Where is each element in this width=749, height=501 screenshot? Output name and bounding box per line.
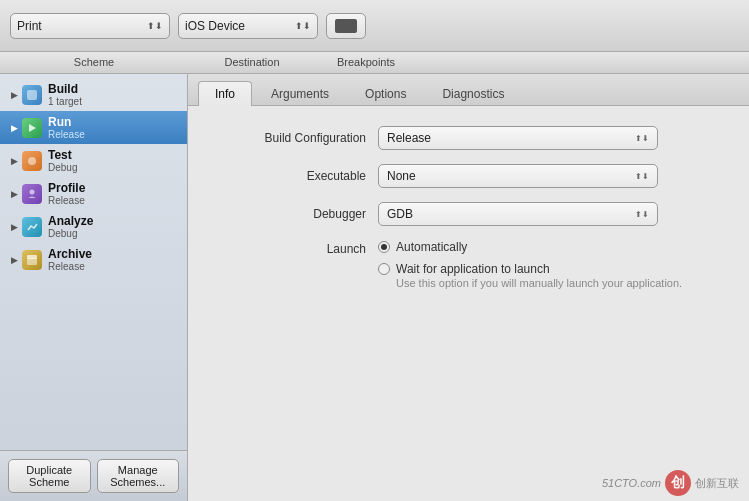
main-content: ▶ Build 1 target ▶ Run Release: [0, 74, 749, 501]
profile-name: Profile: [48, 181, 85, 195]
test-name: Test: [48, 148, 77, 162]
profile-icon: [22, 184, 42, 204]
svg-rect-5: [27, 255, 37, 259]
launch-auto-option: Automatically: [378, 240, 682, 254]
debugger-arrow-icon: ⬆⬇: [635, 210, 649, 219]
build-config-label: Build Configuration: [218, 131, 378, 145]
launch-options: Automatically Wait for application to la…: [378, 240, 682, 289]
scheme-label: Scheme: [10, 56, 178, 68]
build-config-value: Release: [387, 131, 635, 145]
build-config-select[interactable]: Release ⬆⬇: [378, 126, 658, 150]
svg-rect-0: [27, 90, 37, 100]
executable-label: Executable: [218, 169, 378, 183]
destination-selector[interactable]: iOS Device ⬆⬇: [178, 13, 318, 39]
tab-info[interactable]: Info: [198, 81, 252, 106]
tab-arguments[interactable]: Arguments: [254, 81, 346, 106]
archive-item-text: Archive Release: [48, 247, 92, 272]
svg-point-3: [30, 189, 35, 194]
watermark-area: 51CTO.com 创 创新互联: [188, 471, 749, 501]
detail-panel: Info Arguments Options Diagnostics Build…: [188, 74, 749, 501]
test-sub: Debug: [48, 162, 77, 173]
breakpoints-button[interactable]: [326, 13, 366, 39]
svg-rect-4: [27, 258, 37, 265]
form-area: Build Configuration Release ⬆⬇ Executabl…: [188, 106, 749, 471]
debugger-row: Debugger GDB ⬆⬇: [218, 202, 719, 226]
breakpoints-icon: [335, 19, 357, 33]
profile-item-text: Profile Release: [48, 181, 85, 206]
launch-wait-option: Wait for application to launch Use this …: [378, 262, 682, 289]
archive-name: Archive: [48, 247, 92, 261]
sidebar-item-analyze[interactable]: ▶ Analyze Debug: [0, 210, 187, 243]
launch-label: Launch: [218, 240, 378, 256]
watermark: 51CTO.com 创 创新互联: [602, 470, 739, 496]
build-item-text: Build 1 target: [48, 82, 82, 107]
launch-wait-sublabel: Use this option if you will manually lau…: [396, 277, 682, 289]
test-icon: [22, 151, 42, 171]
run-name: Run: [48, 115, 85, 129]
scheme-arrow-icon: ⬆⬇: [147, 21, 163, 31]
launch-wait-label: Wait for application to launch: [396, 262, 682, 276]
manage-schemes-button[interactable]: Manage Schemes...: [97, 459, 180, 493]
executable-control: None ⬆⬇: [378, 164, 658, 188]
svg-marker-1: [29, 124, 36, 132]
debugger-control: GDB ⬆⬇: [378, 202, 658, 226]
debugger-label: Debugger: [218, 207, 378, 221]
analyze-icon: [22, 217, 42, 237]
sidebar-items-list: ▶ Build 1 target ▶ Run Release: [0, 74, 187, 450]
build-config-row: Build Configuration Release ⬆⬇: [218, 126, 719, 150]
analyze-sub: Debug: [48, 228, 93, 239]
launch-wait-radio[interactable]: [378, 263, 390, 275]
watermark-brand: 创新互联: [695, 476, 739, 491]
run-sub: Release: [48, 129, 85, 140]
breakpoints-label: Breakpoints: [326, 56, 406, 68]
destination-value: iOS Device: [185, 19, 291, 33]
debugger-select[interactable]: GDB ⬆⬇: [378, 202, 658, 226]
build-sub: 1 target: [48, 96, 82, 107]
destination-label: Destination: [178, 56, 326, 68]
toolbar: Print ⬆⬇ iOS Device ⬆⬇: [0, 0, 749, 52]
svg-point-2: [28, 157, 36, 165]
sidebar-item-build[interactable]: ▶ Build 1 target: [0, 78, 187, 111]
scheme-selector[interactable]: Print ⬆⬇: [10, 13, 170, 39]
watermark-text: 51CTO.com: [602, 477, 661, 489]
profile-sub: Release: [48, 195, 85, 206]
sidebar: ▶ Build 1 target ▶ Run Release: [0, 74, 188, 501]
archive-icon: [22, 250, 42, 270]
executable-row: Executable None ⬆⬇: [218, 164, 719, 188]
sidebar-item-test[interactable]: ▶ Test Debug: [0, 144, 187, 177]
build-config-arrow-icon: ⬆⬇: [635, 134, 649, 143]
executable-value: None: [387, 169, 635, 183]
profile-expand-arrow-icon: ▶: [8, 188, 20, 200]
tab-options[interactable]: Options: [348, 81, 423, 106]
executable-select[interactable]: None ⬆⬇: [378, 164, 658, 188]
run-expand-arrow-icon: ▶: [8, 122, 20, 134]
archive-sub: Release: [48, 261, 92, 272]
expand-arrow-icon: ▶: [8, 89, 20, 101]
sidebar-item-archive[interactable]: ▶ Archive Release: [0, 243, 187, 276]
toolbar-labels-bar: Scheme Destination Breakpoints: [0, 52, 749, 74]
sidebar-item-run[interactable]: ▶ Run Release: [0, 111, 187, 144]
debugger-value: GDB: [387, 207, 635, 221]
analyze-name: Analyze: [48, 214, 93, 228]
launch-auto-label: Automatically: [396, 240, 467, 254]
sidebar-item-profile[interactable]: ▶ Profile Release: [0, 177, 187, 210]
executable-arrow-icon: ⬆⬇: [635, 172, 649, 181]
destination-arrow-icon: ⬆⬇: [295, 21, 311, 31]
duplicate-scheme-button[interactable]: Duplicate Scheme: [8, 459, 91, 493]
analyze-expand-arrow-icon: ▶: [8, 221, 20, 233]
build-name: Build: [48, 82, 82, 96]
sidebar-footer: Duplicate Scheme Manage Schemes...: [0, 450, 187, 501]
tabs-bar: Info Arguments Options Diagnostics: [188, 74, 749, 106]
run-icon: [22, 118, 42, 138]
tab-diagnostics[interactable]: Diagnostics: [425, 81, 521, 106]
build-config-control: Release ⬆⬇: [378, 126, 658, 150]
watermark-logo-icon: 创: [665, 470, 691, 496]
run-item-text: Run Release: [48, 115, 85, 140]
scheme-value: Print: [17, 19, 143, 33]
build-icon: [22, 85, 42, 105]
test-item-text: Test Debug: [48, 148, 77, 173]
test-expand-arrow-icon: ▶: [8, 155, 20, 167]
launch-auto-radio[interactable]: [378, 241, 390, 253]
analyze-item-text: Analyze Debug: [48, 214, 93, 239]
archive-expand-arrow-icon: ▶: [8, 254, 20, 266]
